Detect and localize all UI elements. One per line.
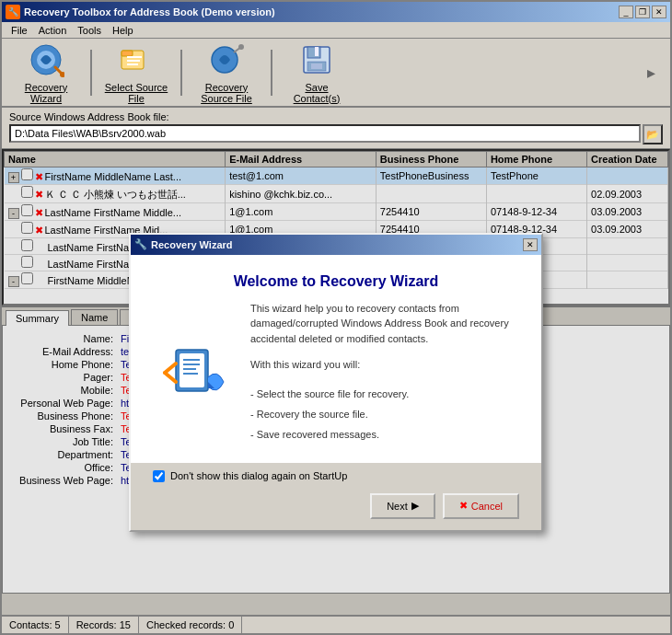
toolbar-sep-2 [180, 50, 182, 96]
toolbar-recovery-source[interactable]: Recovery Source File [190, 42, 263, 102]
dialog-step: - Select the source file for recovery. [250, 384, 519, 404]
next-label: Next [387, 501, 408, 512]
window-title: Recovery Toolbox for Address Book (Demo … [24, 6, 275, 17]
dialog-main-title: Welcome to Recovery Wizard [153, 273, 519, 290]
dialog-step: - Save recovered messages. [250, 424, 519, 444]
svg-rect-6 [127, 60, 140, 62]
svg-rect-14 [311, 64, 322, 69]
source-file-input[interactable] [9, 124, 641, 143]
toolbar-save-contacts[interactable]: Save Contact(s) [280, 42, 353, 102]
select-source-icon [118, 41, 155, 78]
toolbar-recovery-wizard[interactable]: Recovery Wizard [9, 42, 83, 102]
cancel-button[interactable]: ✖ Cancel [443, 493, 519, 519]
dialog-steps-list: - Select the source file for recovery.- … [250, 384, 519, 444]
toolbar-select-source[interactable]: Select Source File [99, 42, 173, 102]
dialog-content-area: This wizard help you to recovery contact… [153, 301, 519, 444]
dialog-button-row: Next ▶ ✖ Cancel [153, 493, 519, 519]
source-label: Source Windows Address Book file: [9, 111, 663, 122]
menu-action[interactable]: Action [33, 24, 73, 37]
dont-show-checkbox[interactable] [153, 470, 165, 482]
cancel-label: Cancel [471, 501, 503, 512]
svg-rect-5 [127, 56, 142, 58]
dialog-title-bar: 🔧 Recovery Wizard ✕ [131, 235, 541, 255]
restore-button[interactable]: ❐ [635, 6, 650, 18]
recovery-wizard-dialog: 🔧 Recovery Wizard ✕ Welcome to Recovery … [129, 233, 543, 532]
status-bar: Contacts: 5 Records: 15 Checked records:… [2, 615, 670, 633]
cancel-icon: ✖ [459, 500, 468, 512]
dialog-body: Welcome to Recovery Wizard [131, 255, 541, 463]
recovery-source-icon [208, 41, 245, 78]
svg-point-9 [238, 44, 244, 50]
svg-rect-18 [183, 364, 200, 365]
dialog-icon-area [153, 301, 236, 444]
next-button[interactable]: Next ▶ [370, 493, 435, 519]
menu-bar: File Action Tools Help [2, 22, 670, 39]
main-window: 🔧 Recovery Toolbox for Address Book (Dem… [0, 0, 672, 635]
svg-rect-16 [180, 353, 204, 387]
svg-rect-19 [183, 368, 196, 370]
svg-rect-12 [315, 47, 319, 56]
source-input-row: 📂 [9, 124, 663, 144]
dialog-overlay: 🔧 Recovery Wizard ✕ Welcome to Recovery … [2, 149, 670, 615]
checked-records: Checked records: 0 [139, 617, 242, 633]
menu-tools[interactable]: Tools [72, 24, 107, 37]
dialog-will-label: With this wizard you will: [250, 357, 519, 373]
close-button[interactable]: ✕ [652, 6, 666, 18]
select-source-label: Select Source File [104, 82, 168, 104]
source-bar: Source Windows Address Book file: 📂 [2, 108, 670, 149]
dialog-checkbox-row: Don't show this dialog again on StartUp [153, 470, 519, 482]
app-icon: 🔧 [6, 5, 20, 19]
next-icon: ▶ [411, 500, 419, 512]
toolbar: Recovery Wizard Select Source File [2, 39, 670, 108]
browse-icon: 📂 [646, 129, 659, 141]
dialog-title-icon: 🔧 [134, 238, 147, 250]
minimize-button[interactable]: _ [619, 6, 633, 18]
dialog-footer: Don't show this dialog again on StartUp … [131, 463, 541, 530]
recovery-wizard-icon [28, 41, 64, 78]
toolbar-sep-1 [90, 50, 92, 96]
dont-show-label[interactable]: Don't show this dialog again on StartUp [170, 470, 347, 481]
main-content: Name E-Mail Address Business Phone Home … [2, 149, 670, 615]
save-contacts-icon [298, 41, 335, 78]
svg-rect-17 [183, 359, 200, 361]
title-bar-left: 🔧 Recovery Toolbox for Address Book (Dem… [6, 5, 275, 19]
source-browse-button[interactable]: 📂 [643, 124, 663, 144]
title-bar-buttons: _ ❐ ✕ [619, 6, 666, 18]
menu-file[interactable]: File [6, 24, 33, 37]
menu-help[interactable]: Help [107, 24, 139, 37]
toolbar-extra-indicator: ▸ [647, 63, 663, 83]
recovery-source-label: Recovery Source File [194, 82, 259, 104]
records-count: Records: 15 [69, 617, 139, 633]
save-contacts-label: Save Contact(s) [284, 82, 349, 104]
dialog-title-label: Recovery Wizard [151, 239, 233, 250]
contacts-count: Contacts: 5 [2, 617, 69, 633]
recovery-wizard-label: Recovery Wizard [14, 82, 78, 104]
dialog-close-button[interactable]: ✕ [523, 238, 538, 251]
toolbar-sep-3 [271, 50, 272, 96]
dialog-description: This wizard help you to recovery contact… [250, 301, 519, 347]
dialog-text-area: This wizard help you to recovery contact… [250, 301, 519, 444]
svg-rect-20 [183, 373, 198, 375]
svg-rect-7 [127, 64, 138, 65]
svg-rect-4 [122, 51, 133, 56]
dialog-title-text: 🔧 Recovery Wizard [134, 238, 233, 250]
dialog-step: - Recovery the source file. [250, 404, 519, 424]
title-bar: 🔧 Recovery Toolbox for Address Book (Dem… [2, 2, 670, 22]
